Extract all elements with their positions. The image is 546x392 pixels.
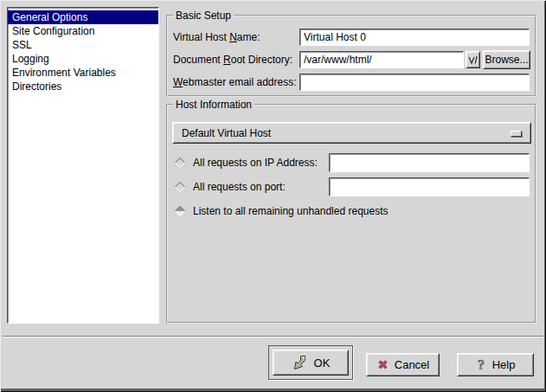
sidebar-item-directories[interactable]: Directories (8, 80, 158, 93)
radio-all-requests-ip[interactable]: All requests on IP Address: (175, 153, 318, 172)
basic-setup-frame: Basic Setup Virtual Host Name: Document … (166, 15, 536, 97)
radio-unselected-icon (175, 182, 185, 192)
host-information-frame-title: Host Information (173, 99, 254, 111)
sidebar-item-site-configuration[interactable]: Site Configuration (8, 24, 158, 38)
sidebar-item-logging[interactable]: Logging (8, 52, 158, 66)
host-type-dropdown[interactable]: Default Virtual Host (172, 122, 531, 144)
document-root-dropdown-button[interactable] (466, 51, 480, 68)
radio-all-remaining-label: Listen to all remaining unhandled reques… (193, 205, 388, 217)
question-mark-icon: ? (476, 357, 487, 373)
radio-all-requests-port[interactable]: All requests on port: (175, 177, 286, 196)
return-arrow-icon (292, 354, 309, 371)
radio-unselected-icon (175, 157, 185, 168)
help-button[interactable]: ? Help (457, 353, 534, 376)
virtual-host-properties-dialog: General Options Site Configuration SSL L… (0, 0, 546, 392)
option-menu-indicator (511, 131, 522, 137)
document-root-label: Document Root Directory: (173, 51, 292, 68)
file-combo-arrow-icon (467, 55, 479, 66)
radio-port-label: All requests on port: (193, 181, 286, 193)
radio-ip-label: All requests on IP Address: (193, 157, 318, 169)
virtual-host-name-input[interactable] (299, 29, 530, 46)
radio-listen-all-remaining[interactable]: Listen to all remaining unhandled reques… (175, 204, 388, 218)
port-input[interactable] (329, 177, 530, 196)
basic-setup-frame-title: Basic Setup (173, 10, 234, 22)
svg-text:?: ? (478, 357, 485, 372)
webmaster-email-input[interactable] (299, 74, 530, 91)
sidebar-item-ssl[interactable]: SSL (8, 38, 158, 52)
ok-button[interactable]: OK (273, 350, 349, 376)
footer-separator (3, 336, 543, 337)
host-information-frame: Host Information Default Virtual Host Al… (166, 104, 536, 324)
host-type-dropdown-value: Default Virtual Host (182, 127, 271, 139)
ok-button-default-ring: OK (268, 345, 353, 380)
browse-button[interactable]: Browse... (483, 50, 530, 69)
sidebar-item-environment-variables[interactable]: Environment Variables (8, 66, 158, 80)
x-mark-icon (376, 358, 389, 371)
virtual-host-name-label: Virtual Host Name: (173, 29, 260, 46)
cancel-button[interactable]: Cancel (366, 353, 440, 376)
radio-selected-icon (175, 206, 185, 216)
category-list: General Options Site Configuration SSL L… (7, 7, 159, 324)
ip-address-input[interactable] (329, 153, 530, 172)
webmaster-email-label: Webmaster email address: (173, 74, 297, 91)
document-root-input[interactable] (299, 51, 464, 68)
sidebar-item-general-options[interactable]: General Options (8, 10, 158, 24)
